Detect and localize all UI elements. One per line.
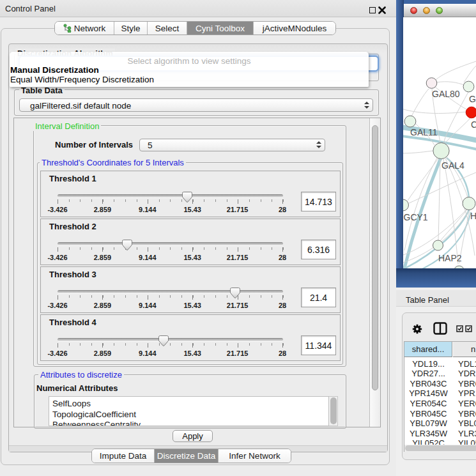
svg-text:CYC: CYC — [471, 119, 476, 130]
svg-text:HI: HI — [470, 211, 476, 221]
svg-text:GAL: GAL — [469, 94, 476, 104]
svg-text:GAL80: GAL80 — [432, 89, 460, 99]
svg-text:GAL4: GAL4 — [441, 160, 464, 171]
svg-text:GCY1: GCY1 — [404, 212, 428, 222]
svg-text:HAP2: HAP2 — [438, 253, 462, 263]
svg-text:GAL11: GAL11 — [410, 127, 438, 137]
